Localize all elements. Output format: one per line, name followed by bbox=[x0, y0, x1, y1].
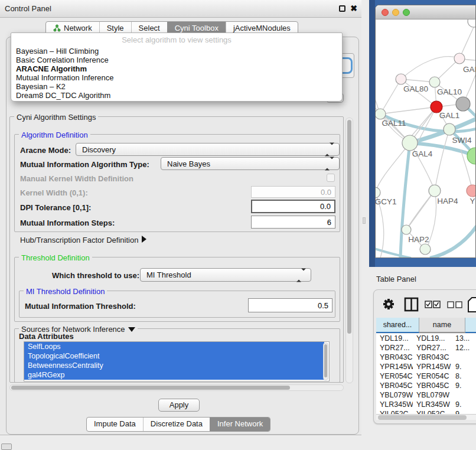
minimized-panel-button[interactable] bbox=[1, 444, 12, 450]
kernel-width-input[interactable] bbox=[251, 186, 335, 198]
label-hap4: HAP4 bbox=[437, 197, 458, 206]
table-row[interactable]: YER054CYER054C8. bbox=[376, 371, 476, 381]
node-bottom[interactable] bbox=[420, 244, 431, 255]
node-gal10[interactable] bbox=[429, 77, 440, 87]
menu-item-bayesian-k2[interactable]: Bayesian – K2 bbox=[11, 82, 342, 91]
mi-steps-input[interactable] bbox=[251, 216, 335, 229]
cell bbox=[452, 390, 476, 400]
column-header-shared-name[interactable]: shared... bbox=[376, 318, 419, 333]
table-horizontal-scrollbar[interactable] bbox=[376, 414, 476, 420]
algorithm-dropdown-popup: Select algorithm to view settings Bayesi… bbox=[11, 32, 343, 102]
settings-vertical-scrollbar[interactable] bbox=[345, 118, 353, 383]
column-header-clipped[interactable] bbox=[465, 318, 476, 333]
table-row[interactable]: YLR345WYLR345W9. bbox=[376, 400, 476, 409]
table-row[interactable]: YBL079WYBL079W bbox=[376, 390, 476, 400]
node-gray[interactable] bbox=[456, 97, 470, 111]
mi-threshold-input[interactable] bbox=[248, 298, 332, 312]
label-hap2: HAP2 bbox=[408, 235, 429, 244]
combo-stepper-icon bbox=[325, 159, 334, 168]
menu-item-mutual-information[interactable]: Mutual Information Inference bbox=[11, 73, 342, 82]
float-window-icon[interactable] bbox=[339, 5, 345, 12]
node-unlabeled[interactable] bbox=[468, 19, 476, 27]
mi-type-label: Mutual Information Algorithm Type: bbox=[20, 160, 149, 169]
node-gal-top[interactable] bbox=[454, 53, 465, 64]
table-row[interactable]: YDL19...YDL19...13... bbox=[376, 334, 476, 343]
label-gal80: GAL80 bbox=[403, 84, 428, 93]
list-item-betweennesscentrality[interactable]: BetweennessCentrality bbox=[24, 361, 324, 370]
new-table-icon[interactable] bbox=[468, 298, 476, 312]
data-attributes-list: SelfLoops TopologicalCoefficient Between… bbox=[24, 341, 330, 381]
table-panel-title: Table Panel bbox=[376, 275, 416, 283]
manual-kernel-checkbox[interactable] bbox=[327, 174, 335, 182]
aracne-mode-label: Aracne Mode: bbox=[20, 146, 71, 155]
close-icon[interactable]: ✖ bbox=[350, 4, 357, 13]
table-header-row: shared... name bbox=[376, 318, 476, 333]
zoom-traffic-light[interactable] bbox=[403, 9, 410, 16]
cell: YER054C bbox=[413, 371, 452, 381]
node-gal80[interactable] bbox=[396, 74, 406, 84]
table-row[interactable]: YPR145WYPR145W9. bbox=[376, 362, 476, 371]
tab-jactivemnodules-label: jActiveMNodules bbox=[233, 24, 291, 32]
close-traffic-light[interactable] bbox=[382, 9, 389, 16]
algorithm-combo-placeholder[interactable]: Select algorithm to view settings bbox=[11, 33, 342, 47]
cell: 13... bbox=[452, 334, 476, 343]
split-pane-icon[interactable] bbox=[405, 298, 418, 311]
network-window-titlebar bbox=[376, 5, 476, 19]
gear-icon[interactable] bbox=[383, 299, 394, 309]
menu-item-bayesian-hill-climbing[interactable]: Bayesian – Hill Climbing bbox=[11, 47, 342, 56]
node-gcy1[interactable] bbox=[376, 187, 380, 198]
tab-infer-network[interactable]: Infer Network bbox=[210, 418, 270, 431]
dpi-tolerance-label: DPI Tolerance [0,1]: bbox=[20, 203, 91, 212]
node-y-right[interactable] bbox=[467, 185, 476, 197]
cyni-algorithm-settings-title: Cyni Algorithm Settings bbox=[14, 113, 98, 122]
network-icon bbox=[53, 24, 61, 32]
menu-item-basic-correlation[interactable]: Basic Correlation Inference bbox=[11, 56, 342, 64]
cell: YER054C bbox=[376, 371, 413, 381]
node-gal11[interactable] bbox=[376, 109, 386, 119]
cell: YLR345W bbox=[413, 400, 452, 409]
label-gal1: GAL1 bbox=[439, 111, 460, 120]
node-hap4[interactable] bbox=[429, 185, 441, 197]
table-row[interactable]: YDR27...YDR27...12... bbox=[376, 343, 476, 353]
hub-definition-toggle[interactable]: Hub/Transcription Factor Definition bbox=[20, 236, 146, 244]
unselect-all-columns-icon[interactable] bbox=[448, 302, 462, 308]
apply-button[interactable]: Apply bbox=[158, 399, 200, 412]
aracne-mode-value: Discovery bbox=[82, 145, 116, 154]
data-attributes-label: Data Attributes bbox=[19, 332, 74, 341]
cell: YBL079W bbox=[376, 390, 413, 400]
bottom-tabbar: Impute Data Discretize Data Infer Networ… bbox=[86, 417, 270, 432]
attributes-list-scrollbar[interactable] bbox=[323, 343, 328, 380]
algorithm-definition-title: Algorithm Definition bbox=[19, 131, 90, 139]
network-canvas[interactable]: GAL GAL80 GAL10 GAL1 GAL11 SWI4 GAL4 GCY… bbox=[376, 19, 476, 258]
list-item-selfloops[interactable]: SelfLoops bbox=[24, 342, 324, 351]
mi-type-combo[interactable]: Naive Bayes bbox=[161, 157, 340, 170]
select-all-columns-icon[interactable] bbox=[425, 301, 440, 308]
node-gal4[interactable] bbox=[402, 135, 418, 151]
menu-item-dream8[interactable]: Dream8 DC_TDC Algorithm bbox=[11, 91, 342, 100]
cell: YDR27... bbox=[413, 343, 452, 353]
which-threshold-label: Which threshold to use: bbox=[52, 271, 139, 280]
settings-horizontal-scrollbar[interactable] bbox=[9, 384, 344, 391]
minimize-traffic-light[interactable] bbox=[392, 9, 399, 16]
which-threshold-combo[interactable]: MI Threshold bbox=[140, 268, 311, 282]
table-row[interactable]: YBR043CYBR043C bbox=[376, 353, 476, 362]
split-pane-divider[interactable] bbox=[363, 217, 366, 224]
cell: YBR045C bbox=[413, 381, 452, 390]
menu-item-aracne[interactable]: ARACNE Algorithm bbox=[11, 64, 342, 73]
column-header-name[interactable]: name bbox=[419, 318, 465, 333]
node-swi4[interactable] bbox=[444, 123, 455, 135]
label-gcy1: GCY1 bbox=[376, 197, 396, 206]
tab-discretize-data[interactable]: Discretize Data bbox=[143, 418, 210, 431]
aracne-mode-combo[interactable]: Discovery bbox=[76, 143, 340, 156]
node-hap2[interactable] bbox=[402, 225, 411, 234]
list-item-topologicalcoefficient[interactable]: TopologicalCoefficient bbox=[24, 351, 324, 361]
dpi-tolerance-input[interactable] bbox=[251, 200, 335, 213]
table-body: YDL19...YDL19...13... YDR27...YDR27...12… bbox=[376, 334, 476, 415]
list-item-gal4rgexp[interactable]: gal4RGexp bbox=[24, 370, 324, 380]
tab-impute-data[interactable]: Impute Data bbox=[87, 418, 143, 431]
table-row[interactable]: YBR045CYBR045C9. bbox=[376, 381, 476, 390]
tab-select-label: Select bbox=[139, 24, 160, 32]
tab-style-label: Style bbox=[107, 24, 124, 32]
cell: YPR145W bbox=[376, 362, 413, 371]
expanded-arrow-icon bbox=[128, 327, 135, 332]
